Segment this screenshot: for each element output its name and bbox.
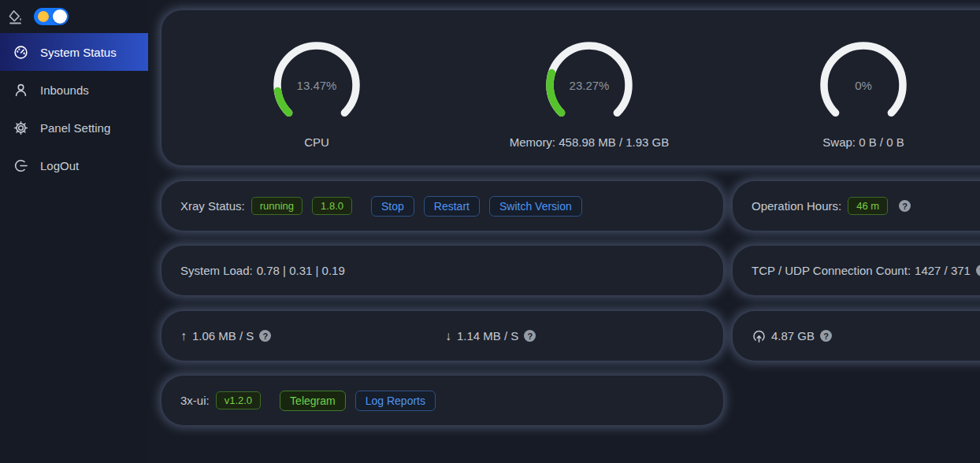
sidebar-item-label: System Status [40,46,117,59]
gear-icon [13,120,28,135]
sidebar-item-label: Inbounds [40,83,89,97]
arrow-down-icon: ↓ [445,329,451,343]
gauge-value: 13.47% [230,79,403,92]
app-name-label: 3x-ui: [180,394,210,407]
help-icon[interactable]: ? [524,330,536,342]
xray-version-tag: 1.8.0 [312,197,352,215]
sun-icon [38,11,49,22]
help-icon[interactable]: ? [820,330,832,342]
cpu-gauge: 13.47% CPU [230,38,403,149]
sidebar-menu: System Status Inbounds [0,33,148,184]
toggle-knob [53,9,67,24]
system-gauges-card: 13.47% CPU 23.27% Memory: 458.98 MB / 1.… [161,10,980,165]
sidebar-item-system-status[interactable]: System Status [0,33,148,71]
sidebar-item-inbounds[interactable]: Inbounds [0,71,148,109]
dashboard-icon [13,45,28,60]
gauge-label: Swap: 0 B / 0 B [777,135,950,149]
cloud-upload-icon [752,328,767,343]
connection-count-value: 1427 / 371 [915,264,971,277]
system-load-card: System Load: 0.78 | 0.31 | 0.19 [161,246,723,295]
arrow-up-icon: ↑ [180,329,187,343]
connection-count-label: TCP / UDP Connection Count: [752,264,911,277]
swap-gauge: 0% Swap: 0 B / 0 B [777,38,950,149]
sidebar-top-bar [0,0,148,33]
total-traffic-value: 4.87 GB [771,329,815,343]
memory-gauge: 23.27% Memory: 458.98 MB / 1.93 GB [503,38,676,149]
log-reports-button[interactable]: Log Reports [355,391,436,411]
connection-count-card: TCP / UDP Connection Count: 1427 / 371 ? [733,246,980,295]
sidebar-item-panel-setting[interactable]: Panel Setting [0,109,148,146]
total-traffic-card: 4.87 GB ? [733,311,980,361]
xray-running-tag: running [251,197,303,215]
logout-icon [13,158,28,173]
gauge-label: CPU [230,135,403,149]
sidebar: System Status Inbounds [0,0,148,463]
restart-button[interactable]: Restart [424,196,480,217]
operation-hours-card: Operation Hours: 46 m ? [733,181,980,231]
gauge-label: Memory: 458.98 MB / 1.93 GB [503,135,676,149]
help-icon[interactable]: ? [976,265,980,276]
sidebar-item-logout[interactable]: LogOut [0,146,148,184]
xray-status-label: Xray Status: [180,199,245,213]
sidebar-item-label: Panel Setting [40,121,110,135]
sidebar-item-label: LogOut [40,159,79,172]
operation-hours-label: Operation Hours: [752,199,841,213]
upload-speed: ↑ 1.06 MB / S ? [180,329,271,343]
switch-version-button[interactable]: Switch Version [489,196,582,217]
help-icon[interactable]: ? [259,330,271,342]
user-icon [13,83,28,98]
theme-toggle[interactable] [34,8,69,25]
app-version-tag: v1.2.0 [216,391,261,409]
telegram-button[interactable]: Telegram [280,391,346,411]
upload-speed-value: 1.06 MB / S [192,329,254,343]
bg-colors-icon [8,9,23,24]
system-load-label: System Load: [180,264,253,277]
app-version-card: 3x-ui: v1.2.0 Telegram Log Reports [161,376,723,425]
network-speed-card: ↑ 1.06 MB / S ? ↓ 1.14 MB / S ? [161,311,723,361]
download-speed: ↓ 1.14 MB / S ? [445,329,536,343]
operation-hours-tag: 46 m [848,197,888,215]
system-load-values: 0.78 | 0.31 | 0.19 [257,264,345,277]
help-icon[interactable]: ? [899,200,911,212]
gauge-value: 0% [777,79,950,92]
main-content: 13.47% CPU 23.27% Memory: 458.98 MB / 1.… [148,0,980,463]
stop-button[interactable]: Stop [371,196,414,217]
xray-status-card: Xray Status: running 1.8.0 Stop Restart … [161,181,723,231]
gauge-value: 23.27% [503,79,676,92]
download-speed-value: 1.14 MB / S [457,329,518,343]
